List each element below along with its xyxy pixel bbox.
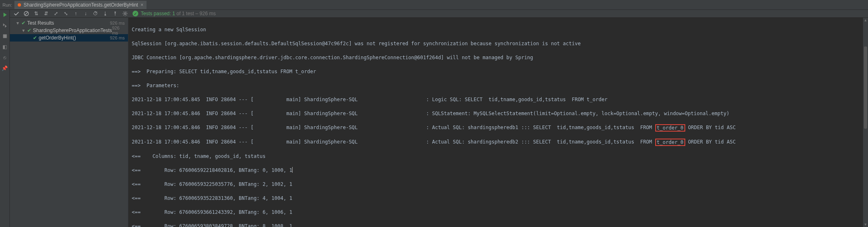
show-passed-icon[interactable]	[13, 10, 20, 17]
console-line: ==> Preparing: SELECT tid,tname,goods_id…	[132, 68, 860, 75]
run-tab-active[interactable]: ShardingSphereProApplicationTests.getOrd…	[14, 1, 147, 9]
export-tests-icon[interactable]: ⭱	[112, 10, 119, 17]
run-label: Run:	[2, 2, 12, 7]
svg-point-2	[124, 13, 126, 14]
toggle-auto-test-icon[interactable]	[2, 22, 8, 29]
tests-summary: Tests passed: 1 of 1 test – 926 ms	[141, 11, 216, 16]
scroll-down-icon[interactable]: ▼	[863, 222, 868, 227]
tab-title: ShardingSphereProApplicationTests.getOrd…	[23, 2, 138, 8]
tree-root[interactable]: ▾✔Test Results 926 ms	[10, 19, 128, 27]
tree-class-label: ShardingSphereProApplicationTests	[33, 28, 112, 33]
console-line: JDBC Connection [org.apache.shardingsphe…	[132, 54, 860, 61]
expand-all-icon[interactable]: ⤢	[53, 10, 59, 17]
highlight-box: t_order_0	[655, 124, 685, 132]
console-output[interactable]: Creating a new SqlSession SqlSession [or…	[128, 18, 863, 227]
console-line: 2021-12-18 17:00:45.845 INFO 28604 --- […	[132, 96, 860, 103]
close-icon[interactable]: ×	[140, 2, 143, 8]
prev-failed-icon[interactable]: ↑	[72, 10, 79, 17]
pass-check-icon: ✓	[133, 11, 138, 16]
run-tab-bar: Run: ShardingSphereProApplicationTests.g…	[0, 0, 868, 10]
test-config-icon	[18, 3, 21, 7]
pass-icon: ✔	[21, 20, 26, 26]
console-line: <== Row: 676006592218402816, BNTang: 0, …	[132, 167, 860, 174]
console-line: <== Row: 676006593661243392, BNTang: 6, …	[132, 209, 860, 216]
tree-class[interactable]: ▾✔ShardingSphereProApplicationTests 926 …	[10, 27, 128, 34]
vertical-scrollbar[interactable]: ▲ ▼	[863, 18, 868, 227]
console-line: SqlSession [org.apache.ibatis.session.de…	[132, 40, 860, 47]
pass-icon: ✔	[27, 28, 31, 33]
tree-class-ms: 926 ms	[112, 25, 125, 35]
sort-icon[interactable]: ⇅	[33, 10, 40, 17]
test-history-icon[interactable]: ⏱	[92, 10, 99, 17]
highlight-box: t_order_0	[655, 139, 685, 146]
svg-rect-0	[3, 35, 7, 38]
import-tests-icon[interactable]: ⭳	[102, 10, 109, 17]
chevron-blank	[27, 35, 31, 41]
pass-icon: ✔	[33, 35, 37, 41]
test-toolbar: ⇅ ⇵ ⤢ ⤡ ↑ ↓ ⏱ ⭳ ⭱ ✓ Tests passed: 1 of 1…	[10, 10, 868, 18]
console-line: <== Row: 676006593803849728, BNTang: 8, …	[132, 223, 860, 227]
chevron-down-icon[interactable]: ▾	[16, 20, 20, 26]
tree-method-label: getOrderByHint()	[39, 35, 76, 41]
rerun-icon[interactable]	[2, 12, 8, 18]
run-side-toolbar: ◧ ⎋ 📌	[0, 10, 10, 227]
console-line: ==> Parameters:	[132, 82, 860, 89]
show-ignored-icon[interactable]	[23, 10, 30, 17]
layout-icon[interactable]: ◧	[2, 44, 8, 50]
tree-root-label: Test Results	[27, 20, 54, 26]
chevron-down-icon[interactable]: ▾	[21, 28, 26, 33]
collapse-all-icon[interactable]: ⤡	[63, 10, 69, 17]
console-line: 2021-12-18 17:00:45.846 INFO 28604 --- […	[132, 110, 860, 117]
scroll-up-icon[interactable]: ▲	[863, 18, 868, 23]
exit-icon[interactable]: ⎋	[2, 54, 8, 61]
text-caret	[292, 167, 293, 173]
console-line: <== Row: 676006593522831360, BNTang: 4, …	[132, 195, 860, 202]
test-tree: ▾✔Test Results 926 ms ▾✔ShardingSpherePr…	[10, 18, 128, 227]
console-line: 2021-12-18 17:00:45.846 INFO 28604 --- […	[132, 139, 860, 146]
console-line: <== Row: 676006593225035776, BNTang: 2, …	[132, 181, 860, 188]
settings-icon[interactable]	[122, 10, 128, 17]
tree-root-ms: 926 ms	[110, 21, 125, 25]
next-failed-icon[interactable]: ↓	[82, 10, 89, 17]
tree-method-ms: 926 ms	[110, 35, 125, 40]
stop-icon[interactable]	[2, 33, 8, 39]
scroll-thumb[interactable]	[864, 46, 867, 129]
tree-method[interactable]: ✔getOrderByHint() 926 ms	[10, 34, 128, 42]
console-line: Creating a new SqlSession	[132, 26, 860, 33]
console-line: <== Columns: tid, tname, goods_id, tstat…	[132, 153, 860, 160]
console-line: 2021-12-18 17:00:45.846 INFO 28604 --- […	[132, 124, 860, 132]
pin-icon[interactable]: 📌	[2, 65, 8, 72]
sort-alpha-icon[interactable]: ⇵	[43, 10, 49, 17]
